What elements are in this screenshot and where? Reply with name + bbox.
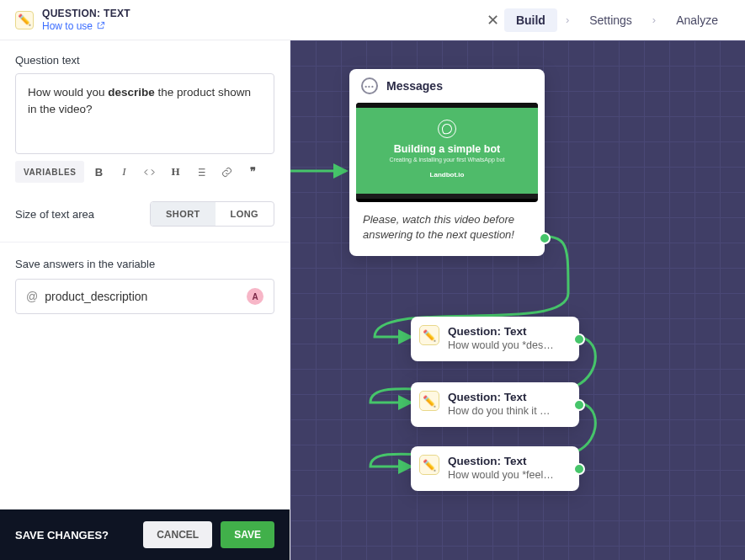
- external-link-icon: [96, 21, 105, 30]
- list-button[interactable]: [189, 161, 212, 183]
- save-changes-label: SAVE CHANGES?: [15, 529, 135, 541]
- chat-bubble-icon: [361, 77, 378, 94]
- how-to-use-label: How to use: [42, 20, 93, 32]
- editor-toolbar: VARIABLES B I H ❞: [15, 161, 274, 183]
- link-button[interactable]: [216, 161, 238, 183]
- tab-settings[interactable]: Settings: [577, 8, 644, 32]
- variable-type-badge: A: [247, 288, 263, 305]
- panel-header: ✏️ QUESTION: TEXT How to use: [15, 8, 482, 32]
- variable-label: Save answers in the variable: [15, 258, 274, 270]
- panel-title: QUESTION: TEXT: [42, 8, 130, 19]
- pencil-icon: ✏️: [15, 11, 34, 29]
- pencil-icon: ✏️: [419, 325, 439, 345]
- divider: [0, 242, 290, 243]
- at-icon: @: [26, 290, 38, 303]
- messages-node[interactable]: Messages Building a simple bot Creating …: [349, 69, 545, 256]
- node-subtitle: How would you *des…: [448, 339, 569, 351]
- italic-button[interactable]: I: [113, 161, 135, 183]
- size-long-option[interactable]: LONG: [216, 202, 274, 226]
- output-port[interactable]: [573, 333, 585, 345]
- heading-button[interactable]: H: [164, 161, 186, 183]
- tab-analyze[interactable]: Analyze: [664, 8, 730, 32]
- link-icon: [221, 166, 233, 179]
- question-node-2[interactable]: ✏️ Question: Text How do you think it …: [411, 382, 579, 427]
- messages-caption: Please, watch this video before answerin…: [349, 202, 545, 256]
- variables-button[interactable]: VARIABLES: [15, 161, 84, 183]
- save-footer: SAVE CHANGES? CANCEL SAVE: [0, 509, 290, 560]
- chevron-right-icon: ›: [652, 13, 656, 26]
- variable-field[interactable]: @ product_description A: [15, 279, 274, 314]
- question-text-input[interactable]: How would you describe the product shown…: [15, 73, 274, 154]
- output-port[interactable]: [573, 463, 585, 475]
- question-node-3[interactable]: ✏️ Question: Text How would you *feel…: [411, 446, 579, 491]
- video-brand: Landbot.io: [363, 171, 531, 179]
- side-panel: Question text How would you describe the…: [0, 40, 290, 560]
- video-thumbnail[interactable]: Building a simple bot Creating & install…: [356, 103, 538, 202]
- node-title: Question: Text: [448, 455, 569, 467]
- output-port[interactable]: [573, 399, 585, 411]
- output-port[interactable]: [539, 232, 551, 244]
- variable-name: product_description: [45, 290, 240, 303]
- question-node-1[interactable]: ✏️ Question: Text How would you *des…: [411, 317, 579, 361]
- size-short-option[interactable]: SHORT: [151, 202, 216, 226]
- bold-button[interactable]: B: [88, 161, 109, 183]
- messages-title: Messages: [386, 79, 443, 93]
- tab-build[interactable]: Build: [504, 8, 557, 32]
- node-title: Question: Text: [448, 391, 569, 403]
- video-subtitle: Creating & installing your first WhatsAp…: [363, 157, 531, 163]
- close-icon[interactable]: ✕: [482, 6, 504, 35]
- top-bar: ✏️ QUESTION: TEXT How to use ✕ Build › S…: [0, 0, 745, 40]
- node-title: Question: Text: [448, 325, 569, 338]
- list-icon: [194, 166, 207, 179]
- how-to-use-link[interactable]: How to use: [42, 20, 130, 32]
- code-icon: [143, 166, 156, 179]
- question-text-label: Question text: [15, 54, 274, 67]
- node-subtitle: How do you think it …: [448, 405, 569, 417]
- whatsapp-icon: [438, 120, 456, 138]
- top-nav: Build › Settings › Analyze: [504, 8, 730, 32]
- pencil-icon: ✏️: [419, 391, 439, 411]
- size-label: Size of text area: [15, 208, 94, 221]
- video-title: Building a simple bot: [363, 143, 531, 155]
- cancel-button[interactable]: CANCEL: [143, 521, 212, 548]
- save-button[interactable]: SAVE: [221, 521, 274, 548]
- pencil-icon: ✏️: [419, 455, 439, 475]
- size-segmented: SHORT LONG: [150, 201, 274, 227]
- flow-canvas[interactable]: Messages Building a simple bot Creating …: [290, 40, 745, 560]
- node-subtitle: How would you *feel…: [448, 469, 569, 481]
- code-button[interactable]: [138, 161, 161, 183]
- quote-button[interactable]: ❞: [242, 161, 263, 183]
- chevron-right-icon: ›: [566, 13, 569, 26]
